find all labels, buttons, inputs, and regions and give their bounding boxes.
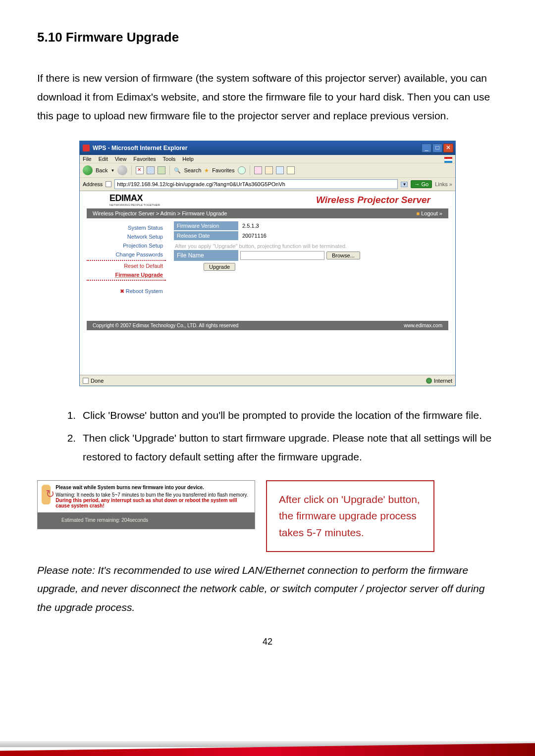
ie-icon bbox=[83, 145, 90, 151]
form-area: Firmware Version 2.5.1.3 Release Date 20… bbox=[171, 218, 448, 301]
back-label[interactable]: Back bbox=[96, 167, 107, 173]
mail-icon[interactable] bbox=[254, 166, 262, 174]
release-date-value: 20071116 bbox=[238, 231, 270, 240]
logout-link[interactable]: Logout » bbox=[416, 210, 442, 216]
page-footer: Copyright © 2007 Edimax Technology Co., … bbox=[87, 321, 448, 330]
site-link[interactable]: www.edimax.com bbox=[404, 323, 442, 328]
page-content: EDIMAXNETWORKING PEOPLE TOGETHER Wireles… bbox=[80, 191, 455, 386]
intro-paragraph: If there is new version of firmware (the… bbox=[37, 69, 498, 125]
links-label[interactable]: Links » bbox=[435, 181, 452, 187]
fw-version-value: 2.5.1.3 bbox=[238, 221, 263, 230]
status-zone: Internet bbox=[434, 378, 452, 384]
fw-version-label: Firmware Version bbox=[174, 221, 238, 230]
close-button[interactable]: ✕ bbox=[443, 144, 453, 152]
menu-file[interactable]: File bbox=[83, 156, 92, 162]
menu-tools[interactable]: Tools bbox=[163, 156, 176, 162]
product-title: Wireless Projector Server bbox=[316, 195, 440, 205]
breadcrumb: Wireless Projector Server > Admin > Firm… bbox=[87, 208, 448, 218]
release-date-label: Release Date bbox=[174, 231, 238, 240]
sidebar-item-change-passwords[interactable]: Change Passwords bbox=[87, 250, 166, 259]
maximize-button[interactable]: □ bbox=[432, 144, 442, 152]
callout-box: After click on 'Upgrade' button, the fir… bbox=[266, 480, 434, 552]
status-done: Done bbox=[91, 378, 104, 384]
sidebar-item-network-setup[interactable]: Network Setup bbox=[87, 232, 166, 241]
burn-icon bbox=[42, 485, 51, 504]
menubar: File Edit View Favorites Tools Help bbox=[80, 155, 455, 163]
sidebar: System Status Network Setup Projection S… bbox=[87, 218, 171, 301]
note-paragraph: Please note: It's recommended to use wir… bbox=[37, 561, 498, 617]
upgrade-button[interactable]: Upgrade bbox=[204, 263, 235, 271]
breadcrumb-text: Wireless Projector Server > Admin > Firm… bbox=[93, 210, 227, 216]
favorites-icon[interactable]: ★ bbox=[204, 167, 209, 174]
window-titlebar: WPS - Microsoft Internet Explorer _ □ ✕ bbox=[80, 141, 455, 155]
footer-stripe bbox=[0, 738, 535, 756]
url-input[interactable] bbox=[114, 179, 398, 189]
sidebar-item-reset-default[interactable]: Reset to Default bbox=[87, 260, 166, 270]
steps-list: Click 'Browse' button and you'll be prom… bbox=[61, 406, 498, 466]
address-label: Address bbox=[83, 181, 103, 187]
favorites-label[interactable]: Favorites bbox=[212, 167, 234, 173]
file-name-input[interactable] bbox=[240, 251, 324, 260]
menu-edit[interactable]: Edit bbox=[99, 156, 108, 162]
print-icon[interactable] bbox=[265, 166, 273, 174]
go-button[interactable]: → Go bbox=[411, 180, 432, 188]
sidebar-item-system-status[interactable]: System Status bbox=[87, 223, 166, 232]
copyright-text: Copyright © 2007 Edimax Technology Co., … bbox=[93, 323, 238, 328]
discuss-icon[interactable] bbox=[287, 166, 295, 174]
browse-button[interactable]: Browse... bbox=[326, 252, 360, 259]
back-icon[interactable] bbox=[83, 165, 93, 175]
wait-screenshot: Please wait while System burns new firmw… bbox=[37, 480, 255, 529]
menu-view[interactable]: View bbox=[115, 156, 127, 162]
status-bar: Done Internet bbox=[80, 375, 455, 386]
page-icon bbox=[106, 181, 111, 187]
edit-icon[interactable] bbox=[276, 166, 284, 174]
menu-favorites[interactable]: Favorites bbox=[133, 156, 156, 162]
search-icon[interactable]: 🔍 bbox=[174, 167, 181, 174]
menu-help[interactable]: Help bbox=[182, 156, 194, 162]
home-icon[interactable] bbox=[158, 166, 165, 174]
windows-flag-icon bbox=[444, 157, 452, 163]
wait-warning: Warning: It needs to take 5~7 minutes to… bbox=[55, 492, 251, 508]
page-number: 42 bbox=[37, 637, 498, 647]
done-icon bbox=[83, 378, 89, 384]
forward-icon[interactable] bbox=[117, 165, 127, 175]
edimax-logo: EDIMAXNETWORKING PEOPLE TOGETHER bbox=[109, 193, 160, 206]
internet-icon bbox=[426, 378, 432, 384]
step-1: Click 'Browse' button and you'll be prom… bbox=[79, 406, 498, 425]
wait-remaining: Estimated Time remaining: 204seconds bbox=[38, 512, 255, 529]
step-2: Then click 'Upgrade' button to start fir… bbox=[79, 429, 498, 466]
refresh-icon[interactable] bbox=[147, 166, 155, 174]
upgrade-note: After you apply "Upgrade" button, projec… bbox=[174, 241, 443, 250]
minimize-button[interactable]: _ bbox=[422, 144, 431, 152]
section-title: 5.10 Firmware Upgrade bbox=[37, 30, 498, 45]
history-icon[interactable] bbox=[238, 166, 246, 174]
stop-icon[interactable] bbox=[136, 166, 144, 174]
toolbar: Back ▼ 🔍 Search ★ Favorites bbox=[80, 163, 455, 178]
file-name-label: File Name bbox=[174, 250, 238, 261]
window-title: WPS - Microsoft Internet Explorer bbox=[93, 145, 422, 151]
sidebar-item-projection-setup[interactable]: Projection Setup bbox=[87, 241, 166, 250]
search-label[interactable]: Search bbox=[184, 167, 201, 173]
sidebar-item-firmware-upgrade[interactable]: Firmware Upgrade bbox=[87, 270, 166, 281]
address-bar: Address ▼ → Go Links » bbox=[80, 178, 455, 191]
wait-title: Please wait while System burns new firmw… bbox=[55, 485, 251, 490]
url-dropdown-icon[interactable]: ▼ bbox=[401, 182, 408, 187]
sidebar-item-reboot[interactable]: Reboot System bbox=[87, 287, 166, 296]
ie-window: WPS - Microsoft Internet Explorer _ □ ✕ … bbox=[79, 141, 456, 386]
